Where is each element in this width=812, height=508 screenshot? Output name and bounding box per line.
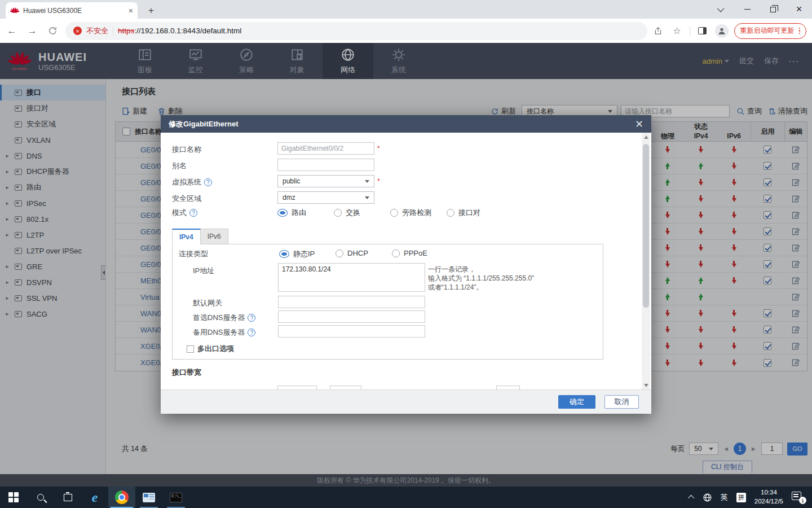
restart-update-button[interactable]: 重新启动即可更新 [734,23,807,39]
task-view-icon[interactable] [54,487,81,508]
help-icon[interactable]: ? [248,314,255,322]
back-icon[interactable]: ← [3,23,20,40]
window-restore-button[interactable] [760,0,786,19]
radio-label: 静态IP [293,249,315,259]
dns2-label: 备用DNS服务器 [193,327,245,338]
bandwidth-section-label: 接口带宽 [172,367,201,378]
tray-chevron-up-icon[interactable] [688,495,694,501]
reload-icon[interactable] [44,23,61,40]
taskbar-clock[interactable]: 10:34 2024/12/5 [754,488,783,506]
dialog-body: 接口名称 * 别名 虚拟系统 ? public * 安全区域 dmz [161,133,651,389]
notification-badge: 1 [799,497,806,504]
required-asterisk: * [377,144,380,152]
start-button[interactable] [0,487,27,508]
bandwidth-unit-stub[interactable] [330,386,361,389]
profile-avatar[interactable] [715,24,729,38]
security-warning-icon[interactable]: × [73,27,82,35]
browser-toolbar: ← → × 不安全 https://192.168.0.1:8443/defau… [0,19,812,43]
browser-tab[interactable]: Huawei USG6300E × [6,2,138,19]
alias-input[interactable] [277,159,374,171]
network-globe-icon[interactable] [703,493,712,502]
help-icon[interactable]: ? [189,209,197,217]
radio-icon[interactable] [392,249,400,257]
help-icon[interactable]: ? [204,178,212,186]
alias-label: 别名 [172,161,187,171]
ip-address-textarea[interactable]: 172.130.80.1/24 [278,263,425,292]
scroll-down-icon[interactable] [642,381,650,389]
share-icon[interactable] [651,24,665,38]
tab-IPv6[interactable]: IPv6 [200,229,228,244]
mode-radio-接口对[interactable]: 接口对 [447,208,480,218]
bandwidth-input-stub[interactable] [496,386,520,389]
dialog-scrollbar[interactable] [642,133,650,389]
url-text[interactable]: https://192.168.0.1:8443/default.html [118,27,241,35]
zone-select[interactable]: dmz [277,191,374,204]
tab-search-icon[interactable] [708,0,734,19]
ime-indicator[interactable]: 拼 [736,493,746,502]
scrollbar-thumb[interactable] [643,144,649,308]
radio-label: 旁路检测 [402,208,431,218]
radio-icon[interactable] [334,209,342,217]
cmd-icon[interactable]: C:\_ [162,487,189,508]
cancel-button[interactable]: 取消 [604,395,639,409]
side-panel-icon[interactable] [696,24,709,38]
dialog-close-icon[interactable]: ✕ [635,119,643,129]
conn-radio-PPPoE[interactable]: PPPoE [392,249,427,257]
multi-exit-label: 多出口选项 [197,344,234,354]
scroll-up-icon[interactable] [642,133,650,141]
conn-type-label: 连接类型 [179,249,208,259]
edit-interface-dialog: 修改GigabitEthernet ✕ 接口名称 * 别名 虚拟系统 ? pub… [161,115,651,414]
tab-IPv4[interactable]: IPv4 [172,229,201,244]
gateway-input[interactable] [278,296,425,308]
ipv4-panel: 连接类型 PPPoEDHCP静态IP IP地址 172.130.80.1/24 … [172,244,603,360]
required-asterisk: * [377,177,380,185]
forward-icon[interactable]: → [24,23,41,40]
language-indicator[interactable]: 英 [721,492,728,502]
radio-label: 交换 [346,208,360,218]
bandwidth-input-stub[interactable] [277,386,317,389]
notification-icon[interactable]: 1 [792,492,805,503]
dns1-label: 首选DNS服务器 [193,313,245,323]
mode-radio-路由[interactable]: 路由 [277,208,306,218]
dialog-footer: 确定 取消 [161,389,651,414]
dialog-title: 修改GigabitEthernet [169,119,239,129]
chrome-icon[interactable] [108,487,135,508]
help-icon[interactable]: ? [248,329,255,336]
tab-close-icon[interactable]: × [129,7,133,15]
ip-format-hint: 一行一条记录， 输入格式为 “1.1.1.1/255.255.255.0” 或者… [428,265,534,292]
not-secure-label: 不安全 [86,26,108,36]
vsys-select[interactable]: public [277,175,374,187]
mode-radio-交换[interactable]: 交换 [334,208,360,218]
radio-icon[interactable] [336,249,343,257]
ok-button[interactable]: 确定 [558,395,595,409]
huawei-favicon [10,7,19,15]
address-bar[interactable]: × 不安全 https://192.168.0.1:8443/default.h… [65,22,647,40]
window-close-button[interactable]: × [786,0,812,19]
internet-explorer-icon[interactable]: e [81,487,108,508]
ip-version-tabs: IPv4IPv6 [172,229,228,244]
control-panel-icon[interactable] [135,487,162,508]
dns1-input[interactable] [278,310,425,323]
bookmark-star-icon[interactable]: ☆ [670,24,684,38]
vsys-label: 虚拟系统 [172,177,201,187]
radio-icon[interactable] [447,209,454,217]
ip-address-label: IP地址 [193,266,214,276]
dns2-input[interactable] [278,325,425,338]
taskbar-search-icon[interactable] [27,487,54,508]
gateway-label: 默认网关 [193,298,222,308]
chevron-down-icon [365,196,369,199]
window-minimize-button[interactable] [734,0,760,19]
radio-icon[interactable] [279,250,289,258]
conn-radio-静态IP[interactable]: 静态IP [279,249,315,259]
new-tab-button[interactable]: + [144,4,158,17]
interface-name-input[interactable] [277,142,374,155]
multi-exit-checkbox[interactable] [187,345,194,353]
radio-icon[interactable] [277,209,288,217]
chevron-down-icon [365,180,369,183]
browser-menu-icon[interactable] [799,28,801,34]
conn-radio-DHCP[interactable]: DHCP [336,249,368,257]
mode-radio-旁路检测[interactable]: 旁路检测 [390,208,431,218]
tab-title: Huawei USG6300E [23,7,125,15]
windows-taskbar: e C:\_ 英 拼 10:34 2024/12/5 1 [0,487,812,508]
radio-icon[interactable] [390,209,398,217]
